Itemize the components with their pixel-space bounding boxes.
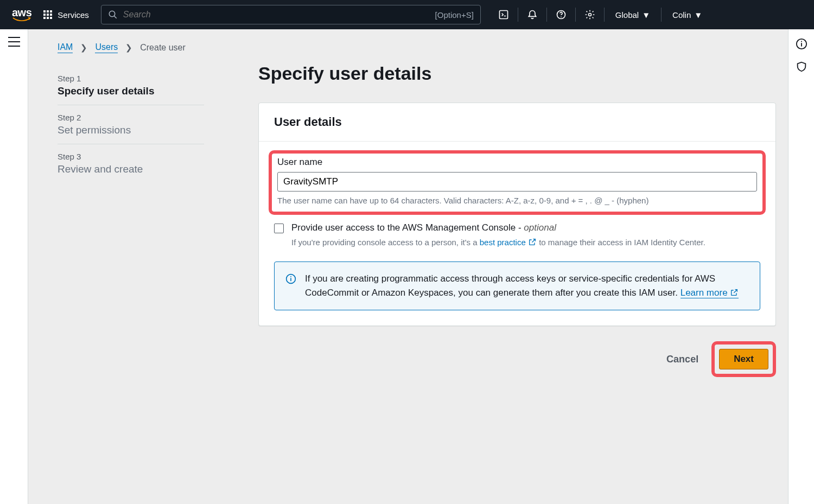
learn-more-link[interactable]: Learn more [681,288,739,298]
username-input[interactable] [277,172,757,192]
content: IAM ❯ Users ❯ Create user Step 1 Specify… [28,29,814,504]
step-3[interactable]: Step 3 Review and create [58,144,204,183]
hamburger-icon[interactable] [8,37,20,47]
next-button[interactable]: Next [719,349,768,369]
card-body: User name The user name can have up to 6… [259,142,775,326]
info-icon [285,273,296,284]
divider [604,8,605,22]
user-label: Colin [672,10,691,20]
columns: Step 1 Specify user details Step 2 Set p… [58,63,776,377]
breadcrumb: IAM ❯ Users ❯ Create user [58,42,776,53]
cloudshell-icon[interactable] [493,5,514,24]
svg-rect-7 [290,278,291,281]
left-panel [0,29,28,504]
shield-icon[interactable] [796,61,807,73]
card-header: User details [259,103,775,142]
svg-rect-10 [801,43,802,46]
step-label: Step 1 [58,74,204,83]
chevron-right-icon: ❯ [125,43,132,53]
username-hint: The user name can have up to 64 characte… [277,196,757,205]
external-link-icon [730,288,739,297]
divider [518,8,518,22]
divider [575,8,576,22]
settings-icon[interactable] [579,5,601,24]
main-area: IAM ❯ Users ❯ Create user Step 1 Specify… [0,29,814,504]
search-bar[interactable]: [Option+S] [101,5,481,24]
breadcrumb-current: Create user [140,43,186,53]
region-selector[interactable]: Global ▼ [608,10,658,20]
console-access-row: Provide user access to the AWS Managemen… [274,222,760,248]
next-button-highlight: Next [711,341,776,377]
top-nav: aws Services [Option+S] [0,0,814,29]
divider [546,8,547,22]
step-title: Set permissions [58,124,204,136]
cancel-button[interactable]: Cancel [664,348,701,371]
username-label: User name [277,157,757,168]
search-input[interactable] [123,10,435,20]
svg-rect-8 [290,276,291,277]
action-buttons: Cancel Next [258,341,776,377]
account-menu[interactable]: Colin ▼ [665,10,710,20]
chevron-down-icon: ▼ [642,10,650,20]
chevron-down-icon: ▼ [694,10,702,20]
user-details-card: User details User name The user name can… [258,103,776,326]
step-label: Step 3 [58,152,204,161]
svg-rect-11 [801,41,802,42]
step-title: Specify user details [58,85,204,97]
services-label: Services [58,10,89,20]
breadcrumb-users[interactable]: Users [95,42,118,53]
aws-logo[interactable]: aws [12,7,31,22]
info-panel-icon[interactable] [796,38,807,50]
grid-icon [43,10,52,19]
nav-icon-group: Global ▼ Colin ▼ [493,5,710,24]
card-title: User details [274,115,760,129]
breadcrumb-iam[interactable]: IAM [58,42,73,53]
info-box: If you are creating programmatic access … [274,261,760,311]
info-text: If you are creating programmatic access … [305,272,749,301]
search-icon [108,10,118,20]
step-label: Step 2 [58,113,204,122]
divider [661,8,662,22]
console-access-label: Provide user access to the AWS Managemen… [291,222,705,233]
best-practice-link[interactable]: best practice [480,238,537,247]
wizard-steps: Step 1 Specify user details Step 2 Set p… [58,63,204,377]
svg-line-1 [114,16,117,18]
form-area: Specify user details User details User n… [258,63,776,377]
help-icon[interactable] [550,5,572,24]
notification-icon[interactable] [522,5,543,24]
search-shortcut: [Option+S] [435,10,474,20]
svg-point-0 [109,11,115,17]
step-1[interactable]: Step 1 Specify user details [58,66,204,105]
chevron-right-icon: ❯ [80,43,87,53]
external-link-icon [528,238,537,246]
step-2[interactable]: Step 2 Set permissions [58,105,204,144]
console-access-hint: If you're providing console access to a … [291,237,705,248]
svg-point-5 [588,14,591,16]
step-title: Review and create [58,163,204,175]
svg-point-4 [561,16,562,17]
services-button[interactable]: Services [39,8,93,22]
page-title: Specify user details [258,63,776,84]
region-label: Global [615,10,639,20]
right-panel [788,29,814,504]
console-access-checkbox[interactable] [274,224,284,233]
username-highlight: User name The user name can have up to 6… [269,150,766,215]
